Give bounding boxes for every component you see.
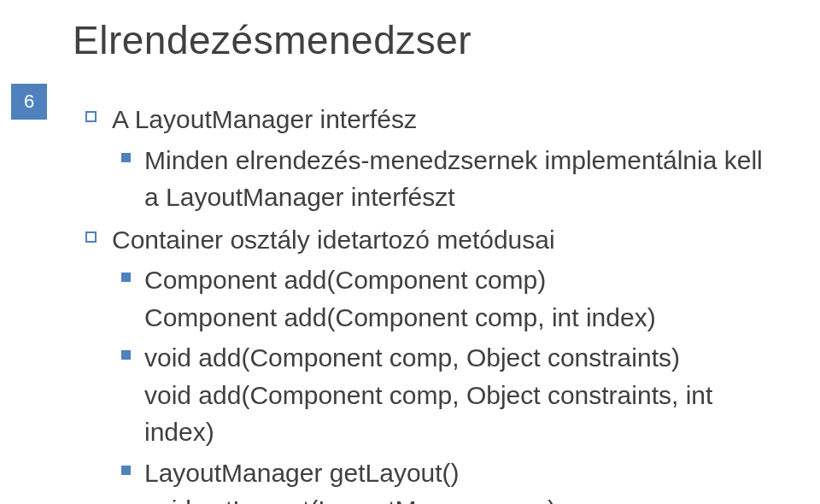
square-bullet-icon [85, 111, 97, 122]
line2: void setLayout(LayoutManager mgr) [144, 495, 556, 504]
bullet-text: LayoutManager getLayout() void setLayout… [144, 454, 556, 505]
square-fill-bullet-icon [121, 273, 131, 282]
square-fill-bullet-icon [121, 350, 131, 360]
bullet-level2: void add(Component comp, Object constrai… [121, 339, 769, 451]
page-number-badge: 6 [11, 84, 47, 120]
bullet-level1: Container osztály idetartozó metódusai [85, 221, 769, 259]
bullet-level2: Minden elrendezés-menedzsernek implement… [121, 142, 769, 216]
slide-title: Elrendezésmenedzser [73, 17, 769, 63]
square-bullet-icon [85, 231, 97, 243]
bullet-level2: LayoutManager getLayout() void setLayout… [121, 454, 769, 505]
bullet-text: Minden elrendezés-menedzsernek implement… [144, 142, 769, 216]
bullet-level1: A LayoutManager interfész [85, 101, 769, 138]
square-fill-bullet-icon [121, 153, 131, 162]
line1: LayoutManager getLayout() [144, 459, 460, 487]
bullet-text: Component add(Component comp) Component … [144, 261, 656, 336]
bullet-level2: Component add(Component comp) Component … [121, 261, 769, 336]
bullet-text: A LayoutManager interfész [112, 101, 417, 138]
line2: Component add(Component comp, int index) [144, 303, 656, 331]
bullet-text: Container osztály idetartozó metódusai [112, 221, 555, 259]
page-number: 6 [24, 91, 34, 113]
line1: Component add(Component comp) [144, 266, 546, 294]
slide: 6 Elrendezésmenedzser A LayoutManager in… [0, 0, 820, 504]
bullet-text: void add(Component comp, Object constrai… [144, 339, 769, 451]
square-fill-bullet-icon [121, 466, 131, 475]
slide-content: A LayoutManager interfész Minden elrende… [85, 101, 769, 504]
line1: void add(Component comp, Object constrai… [144, 343, 680, 372]
line2: void add(Component comp, Object constrai… [144, 381, 712, 447]
